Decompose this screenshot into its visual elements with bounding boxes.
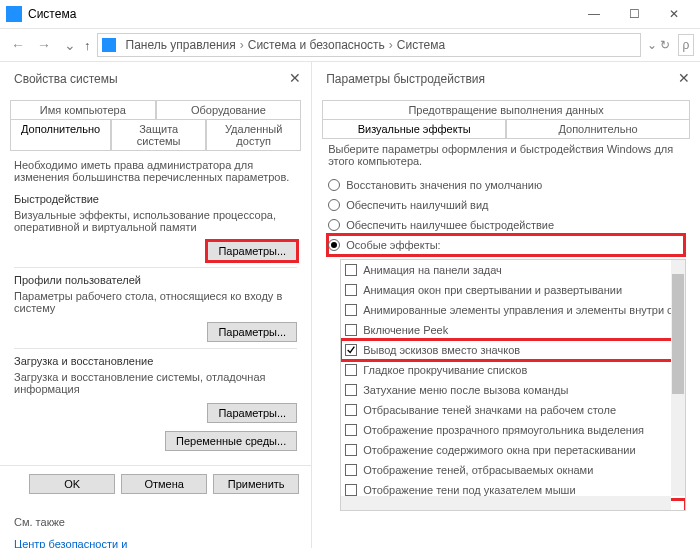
group-boot-desc: Загрузка и восстановление системы, отлад… — [14, 371, 297, 395]
check-label: Гладкое прокручивание списков — [363, 364, 527, 376]
system-icon — [102, 38, 116, 52]
search-input[interactable]: ρ — [678, 34, 694, 56]
maximize-button[interactable]: ☐ — [614, 0, 654, 28]
check-label: Анимация на панели задач — [363, 264, 502, 276]
dialog-title-left: Свойства системы — [0, 62, 311, 92]
check-label: Отображение тени под указателем мыши — [363, 484, 575, 496]
crumb-1[interactable]: Система и безопасность — [248, 38, 385, 52]
check-option-8[interactable]: Отображение прозрачного прямоугольника в… — [341, 420, 685, 440]
minimize-button[interactable]: — — [574, 0, 614, 28]
cancel-button[interactable]: Отмена — [121, 474, 207, 494]
check-option-9[interactable]: Отображение содержимого окна при перетас… — [341, 440, 685, 460]
back-button[interactable]: ← — [6, 33, 30, 57]
check-option-10[interactable]: Отображение теней, отбрасываемых окнами — [341, 460, 685, 480]
check-label: Включение Peek — [363, 324, 448, 336]
performance-settings-button[interactable]: Параметры... — [207, 241, 297, 261]
apply-button[interactable]: Применить — [213, 474, 299, 494]
env-vars-button[interactable]: Переменные среды... — [165, 431, 297, 451]
group-performance-title: Быстродействие — [14, 193, 297, 205]
radio-icon — [328, 239, 340, 251]
checkbox-icon — [345, 324, 357, 336]
intro-text: Выберите параметры оформления и быстроде… — [312, 139, 700, 175]
tab-advanced-perf[interactable]: Дополнительно — [506, 119, 690, 138]
checkbox-icon — [345, 284, 357, 296]
checkbox-icon — [345, 444, 357, 456]
check-option-6[interactable]: Затухание меню после вызова команды — [341, 380, 685, 400]
check-label: Отбрасывание теней значками на рабочем с… — [363, 404, 616, 416]
checkbox-icon — [345, 344, 357, 356]
close-icon[interactable]: ✕ — [678, 70, 690, 86]
group-profiles-desc: Параметры рабочего стола, относящиеся ко… — [14, 290, 297, 314]
scrollbar-horizontal[interactable] — [341, 496, 671, 510]
tab-system-protection[interactable]: Защита системы — [111, 119, 206, 150]
group-performance-desc: Визуальные эффекты, использование процес… — [14, 209, 297, 233]
breadcrumb[interactable]: Панель управления› Система и безопасност… — [97, 33, 641, 57]
tab-advanced[interactable]: Дополнительно — [10, 119, 111, 150]
group-boot-title: Загрузка и восстановление — [14, 355, 297, 367]
checkbox-icon — [345, 484, 357, 496]
window-title: Система — [28, 7, 76, 21]
check-option-1[interactable]: Анимация окон при свертывании и разверты… — [341, 280, 685, 300]
system-properties-dialog: Свойства системы ✕ Имя компьютера Оборуд… — [0, 62, 312, 548]
checkbox-icon — [345, 384, 357, 396]
see-also-heading: См. также — [14, 516, 297, 528]
system-icon — [6, 6, 22, 22]
check-option-5[interactable]: Гладкое прокручивание списков — [341, 360, 685, 380]
up-button[interactable]: ↑ — [84, 38, 91, 53]
check-label: Анимация окон при свертывании и разверты… — [363, 284, 622, 296]
radio-icon — [328, 219, 340, 231]
check-option-7[interactable]: Отбрасывание теней значками на рабочем с… — [341, 400, 685, 420]
check-label: Вывод эскизов вместо значков — [363, 344, 520, 356]
check-option-4[interactable]: Вывод эскизов вместо значков — [341, 340, 685, 360]
tab-dep[interactable]: Предотвращение выполнения данных — [322, 100, 690, 119]
check-option-0[interactable]: Анимация на панели задач — [341, 260, 685, 280]
radio-option-0[interactable]: Восстановить значения по умолчанию — [328, 175, 684, 195]
checkbox-icon — [345, 424, 357, 436]
refresh-icon[interactable]: ⌄ ↻ — [647, 38, 670, 52]
check-option-2[interactable]: Анимированные элементы управления и элем… — [341, 300, 685, 320]
window-titlebar: Система — ☐ ✕ — [0, 0, 700, 28]
check-label: Анимированные элементы управления и элем… — [363, 304, 684, 316]
checkbox-icon — [345, 304, 357, 316]
crumb-0[interactable]: Панель управления — [126, 38, 236, 52]
tab-computer-name[interactable]: Имя компьютера — [10, 100, 156, 119]
tab-visual-effects[interactable]: Визуальные эффекты — [322, 119, 506, 138]
recent-dropdown[interactable]: ⌄ — [58, 33, 82, 57]
check-label: Отображение теней, отбрасываемых окнами — [363, 464, 593, 476]
radio-icon — [328, 179, 340, 191]
check-label: Отображение содержимого окна при перетас… — [363, 444, 635, 456]
checkbox-icon — [345, 364, 357, 376]
security-center-link[interactable]: Центр безопасности и обслуживания — [14, 538, 164, 548]
group-profiles-title: Профили пользователей — [14, 274, 297, 286]
forward-button[interactable]: → — [32, 33, 56, 57]
radio-label: Обеспечить наилучший вид — [346, 199, 488, 211]
radio-label: Особые эффекты: — [346, 239, 440, 251]
checkbox-icon — [345, 404, 357, 416]
radio-option-2[interactable]: Обеспечить наилучшее быстродействие — [328, 215, 684, 235]
address-bar: ← → ⌄ ↑ Панель управления› Система и без… — [0, 28, 700, 62]
tab-remote[interactable]: Удаленный доступ — [206, 119, 301, 150]
close-button[interactable]: ✕ — [654, 0, 694, 28]
check-label: Отображение прозрачного прямоугольника в… — [363, 424, 644, 436]
close-icon[interactable]: ✕ — [289, 70, 301, 86]
checkbox-icon — [345, 264, 357, 276]
effects-checklist: Анимация на панели задачАнимация окон пр… — [340, 259, 686, 511]
radio-icon — [328, 199, 340, 211]
boot-settings-button[interactable]: Параметры... — [207, 403, 297, 423]
check-option-3[interactable]: Включение Peek — [341, 320, 685, 340]
ok-button[interactable]: OK — [29, 474, 115, 494]
crumb-2[interactable]: Система — [397, 38, 445, 52]
radio-label: Восстановить значения по умолчанию — [346, 179, 542, 191]
radio-option-3[interactable]: Особые эффекты: — [328, 235, 684, 255]
tab-hardware[interactable]: Оборудование — [156, 100, 302, 119]
checkbox-icon — [345, 464, 357, 476]
scrollbar-vertical[interactable] — [671, 260, 685, 496]
profiles-settings-button[interactable]: Параметры... — [207, 322, 297, 342]
radio-label: Обеспечить наилучшее быстродействие — [346, 219, 554, 231]
admin-note: Необходимо иметь права администратора дл… — [14, 159, 297, 183]
radio-option-1[interactable]: Обеспечить наилучший вид — [328, 195, 684, 215]
check-label: Затухание меню после вызова команды — [363, 384, 568, 396]
performance-options-dialog: Параметры быстродействия ✕ Предотвращени… — [312, 62, 700, 548]
dialog-title-right: Параметры быстродействия — [312, 62, 700, 92]
